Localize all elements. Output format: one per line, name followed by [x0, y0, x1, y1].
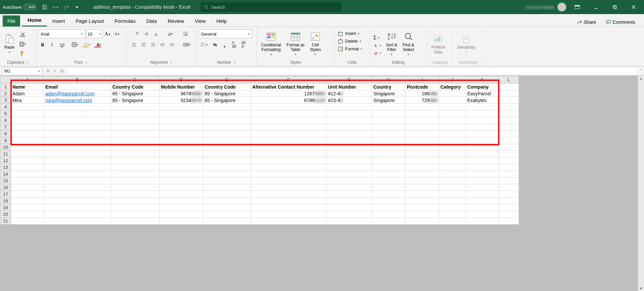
align-bottom-icon[interactable]: [152, 30, 160, 38]
enter-formula-icon[interactable]: ✓: [53, 68, 57, 74]
cell[interactable]: [11, 151, 44, 157]
cell[interactable]: [44, 204, 111, 211]
vertical-scrollbar[interactable]: ▲ ▼: [638, 76, 644, 291]
row-header[interactable]: 16: [0, 184, 11, 191]
cell[interactable]: [203, 151, 251, 157]
cell[interactable]: [327, 218, 372, 225]
row-header[interactable]: 6: [0, 117, 11, 124]
cell[interactable]: [406, 171, 439, 178]
cell[interactable]: [439, 198, 466, 204]
cell[interactable]: [439, 124, 466, 131]
cell[interactable]: [439, 178, 466, 184]
cell[interactable]: [499, 84, 519, 90]
paste-button[interactable]: Paste▾: [2, 32, 17, 55]
cell[interactable]: Country Code: [203, 84, 251, 90]
cell[interactable]: [466, 191, 499, 198]
font-color-icon[interactable]: A▾: [93, 40, 105, 49]
row-header[interactable]: 18: [0, 198, 11, 204]
row-header[interactable]: 12: [0, 157, 11, 164]
align-left-icon[interactable]: [130, 40, 139, 49]
alignment-launcher-icon[interactable]: ⤢: [170, 61, 172, 64]
cell[interactable]: [499, 124, 519, 131]
accounting-format-icon[interactable]: $▾: [199, 40, 210, 49]
cell[interactable]: #23-40: [327, 97, 372, 104]
cell[interactable]: [11, 117, 44, 124]
cell[interactable]: [466, 211, 499, 218]
cell[interactable]: [466, 137, 499, 144]
autosave-toggle[interactable]: AutoSave ● Off: [3, 4, 36, 10]
cell[interactable]: [11, 218, 44, 225]
cell[interactable]: [372, 124, 406, 131]
cell[interactable]: Company: [466, 84, 499, 90]
cell[interactable]: [327, 104, 372, 110]
cell[interactable]: [251, 171, 327, 178]
cell[interactable]: adam@easyparcel.com: [44, 90, 111, 97]
cell[interactable]: [251, 151, 327, 157]
autosum-button[interactable]: Σ▾: [372, 34, 383, 41]
font-launcher-icon[interactable]: ⤢: [85, 61, 88, 64]
cell[interactable]: [160, 144, 203, 151]
cell[interactable]: [251, 137, 327, 144]
format-as-table-button[interactable]: Format as Table▾: [284, 30, 307, 58]
cell[interactable]: [11, 191, 44, 198]
cell[interactable]: [466, 131, 499, 137]
cell[interactable]: [372, 151, 406, 157]
cell[interactable]: [327, 204, 372, 211]
cell[interactable]: [111, 117, 160, 124]
row-header[interactable]: 2: [0, 90, 11, 97]
cell[interactable]: [44, 164, 111, 171]
cell[interactable]: [406, 157, 439, 164]
qat-customize-icon[interactable]: ⏷: [74, 4, 80, 10]
cell[interactable]: 65 - Singapore: [111, 90, 160, 97]
cell[interactable]: [111, 157, 160, 164]
cell[interactable]: [111, 184, 160, 191]
format-painter-icon[interactable]: [18, 49, 27, 58]
cell[interactable]: [406, 204, 439, 211]
tab-file[interactable]: File: [3, 15, 20, 27]
row-header[interactable]: 20: [0, 211, 11, 218]
cell[interactable]: [439, 157, 466, 164]
cell[interactable]: [406, 191, 439, 198]
cell[interactable]: [499, 218, 519, 225]
fill-color-icon[interactable]: ▾: [81, 40, 93, 49]
cell[interactable]: [111, 218, 160, 225]
cell[interactable]: [11, 137, 44, 144]
scroll-down-icon[interactable]: ▼: [639, 287, 643, 290]
cell[interactable]: [327, 198, 372, 204]
cell[interactable]: [251, 198, 327, 204]
column-header[interactable]: J: [439, 76, 466, 84]
maximize-icon[interactable]: [607, 2, 623, 12]
cell[interactable]: [439, 164, 466, 171]
cell[interactable]: [111, 204, 160, 211]
cell[interactable]: [11, 171, 44, 178]
cell[interactable]: [44, 124, 111, 131]
cell[interactable]: [439, 151, 466, 157]
cell[interactable]: [372, 104, 406, 110]
row-header[interactable]: 13: [0, 164, 11, 171]
undo-icon[interactable]: ▾: [52, 4, 58, 10]
ribbon-display-icon[interactable]: [570, 2, 585, 12]
row-header[interactable]: 3: [0, 97, 11, 104]
copy-icon[interactable]: ▾: [18, 40, 27, 48]
cell[interactable]: 96789000: [160, 90, 203, 97]
tab-page-layout[interactable]: Page Layout: [70, 15, 109, 27]
cell[interactable]: [44, 218, 111, 225]
align-top-icon[interactable]: [133, 30, 142, 38]
cell[interactable]: [439, 144, 466, 151]
cell[interactable]: [372, 171, 406, 178]
cell[interactable]: [499, 117, 519, 124]
tab-data[interactable]: Data: [141, 15, 162, 27]
cell[interactable]: [327, 157, 372, 164]
align-middle-icon[interactable]: [142, 30, 151, 38]
cell[interactable]: [203, 144, 251, 151]
cell[interactable]: [406, 198, 439, 204]
cell[interactable]: [406, 110, 439, 117]
cell[interactable]: [499, 184, 519, 191]
number-format-select[interactable]: General▾: [199, 30, 252, 38]
cell[interactable]: [160, 157, 203, 164]
cell[interactable]: [203, 204, 251, 211]
cell[interactable]: [327, 184, 372, 191]
cell[interactable]: [11, 110, 44, 117]
cell[interactable]: [11, 198, 44, 204]
cell[interactable]: [327, 171, 372, 178]
